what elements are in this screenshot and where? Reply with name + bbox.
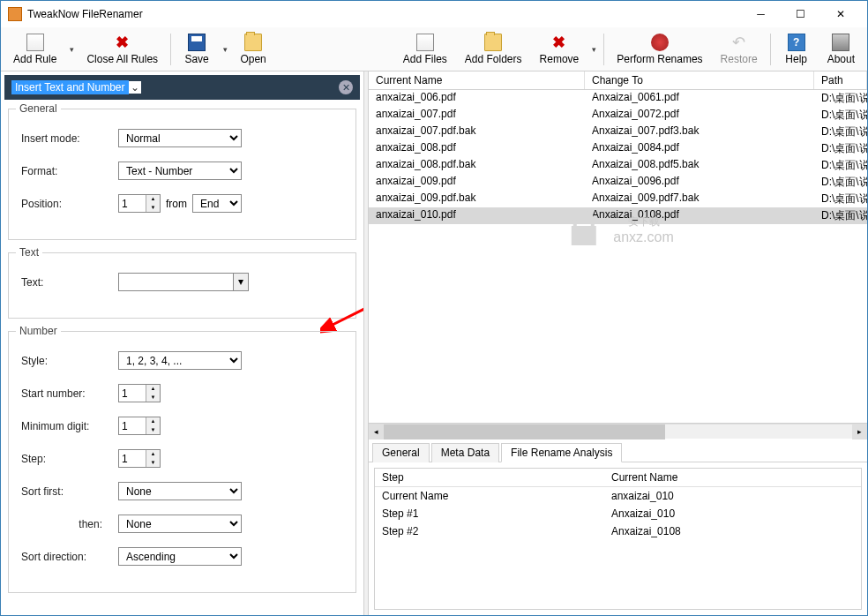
file-list-header: Current Name Change To Path	[369, 71, 867, 90]
file-row[interactable]: anxaizai_009.pdf.bakAnxaizai_009.pdf7.ba…	[369, 191, 867, 207]
format-select[interactable]: Text - Number	[118, 162, 242, 180]
sort-first-select[interactable]: None	[118, 482, 242, 500]
position-up[interactable]: ▲	[146, 195, 160, 204]
file-path: D:\桌面\说	[814, 107, 867, 124]
from-select[interactable]: End	[192, 194, 242, 213]
open-button[interactable]: Open	[231, 29, 275, 70]
tab-file-rename-analysis[interactable]: File Rename Analysis	[501, 443, 622, 462]
col-current-name[interactable]: Current Name	[369, 71, 585, 89]
file-row[interactable]: anxaizai_009.pdfAnxaizai_0096.pdfD:\桌面\说	[369, 174, 867, 191]
analysis-col-name[interactable]: Current Name	[604, 469, 861, 486]
add-rule-dropdown[interactable]	[65, 29, 78, 70]
app-icon	[8, 7, 22, 21]
main-toolbar: Add Rule ✖ Close All Rules Save Open Add…	[1, 27, 867, 71]
col-change-to[interactable]: Change To	[585, 71, 814, 89]
text-input[interactable]	[118, 273, 233, 291]
add-files-label: Add Files	[403, 53, 447, 65]
help-icon: ?	[788, 34, 805, 51]
position-down[interactable]: ▼	[146, 204, 160, 213]
file-name: anxaizai_007.pdf	[369, 107, 585, 124]
group-number-title: Number	[16, 325, 61, 337]
position-spinner[interactable]: ▲▼	[118, 194, 161, 213]
format-label: Format:	[21, 165, 118, 177]
file-change-to: Anxaizai_0061.pdf	[585, 90, 814, 107]
about-icon	[832, 34, 849, 51]
save-button[interactable]: Save	[175, 29, 219, 70]
minimize-button[interactable]: ─	[741, 2, 781, 26]
file-name: anxaizai_007.pdf.bak	[369, 124, 585, 140]
start-number-spinner[interactable]: ▲▼	[118, 384, 161, 402]
save-dropdown[interactable]	[219, 29, 231, 70]
position-input[interactable]	[119, 195, 146, 212]
file-row[interactable]: anxaizai_010.pdfAnxaizai_0108.pdfD:\桌面\说	[369, 207, 867, 224]
style-label: Style:	[21, 355, 118, 367]
scroll-left-button[interactable]: ◂	[369, 424, 384, 439]
perform-renames-button[interactable]: Perform Renames	[608, 29, 711, 70]
file-path: D:\桌面\说	[814, 191, 867, 207]
file-name: anxaizai_009.pdf	[369, 174, 585, 191]
close-all-rules-button[interactable]: ✖ Close All Rules	[78, 29, 167, 70]
file-add-icon	[416, 34, 434, 51]
sort-direction-label: Sort direction:	[21, 551, 118, 563]
remove-dropdown[interactable]	[587, 29, 600, 70]
from-label: from	[166, 198, 187, 210]
min-digit-spinner[interactable]: ▲▼	[118, 417, 161, 435]
about-button[interactable]: About	[819, 29, 864, 70]
restore-button: ↶ Restore	[712, 29, 767, 70]
analysis-col-step[interactable]: Step	[375, 469, 604, 486]
insert-mode-select[interactable]: Normal	[118, 129, 242, 147]
file-change-to: Anxaizai_0096.pdf	[585, 174, 814, 191]
rule-type-caret[interactable]: ⌄	[129, 81, 141, 94]
style-select[interactable]: 1, 2, 3, 4, ...	[118, 351, 242, 370]
file-change-to: Anxaizai_0108.pdf	[585, 207, 814, 224]
maximize-button[interactable]: ☐	[781, 2, 820, 26]
file-path: D:\桌面\说	[814, 140, 867, 157]
tab-general[interactable]: General	[372, 443, 430, 462]
analysis-row: Step #1Anxaizai_010	[375, 505, 861, 522]
detail-panel: General Meta Data File Rename Analysis S…	[369, 439, 867, 615]
folder-add-icon	[484, 34, 502, 51]
then-label: then:	[21, 518, 118, 530]
file-path: D:\桌面\说	[814, 90, 867, 107]
open-label: Open	[240, 53, 266, 65]
tab-meta-data[interactable]: Meta Data	[431, 443, 499, 462]
file-path: D:\桌面\说	[814, 124, 867, 140]
step-input[interactable]	[119, 450, 146, 467]
rule-type-dropdown[interactable]: Insert Text and Number	[11, 80, 129, 94]
file-row[interactable]: anxaizai_007.pdfAnxaizai_0072.pdfD:\桌面\说	[369, 107, 867, 124]
sort-direction-select[interactable]: Ascending	[118, 547, 242, 566]
step-spinner[interactable]: ▲▼	[118, 449, 161, 468]
file-change-to: Anxaizai_008.pdf5.bak	[585, 157, 814, 174]
file-row[interactable]: anxaizai_007.pdf.bakAnxaizai_007.pdf3.ba…	[369, 124, 867, 140]
help-button[interactable]: ? Help	[774, 29, 819, 70]
col-path[interactable]: Path	[814, 71, 867, 89]
analysis-row: Current Nameanxaizai_010	[375, 487, 861, 505]
file-row[interactable]: anxaizai_008.pdf.bakAnxaizai_008.pdf5.ba…	[369, 157, 867, 174]
file-list[interactable]: Current Name Change To Path anxaizai_006…	[369, 71, 867, 424]
add-rule-button[interactable]: Add Rule	[4, 29, 65, 70]
file-row[interactable]: anxaizai_008.pdfAnxaizai_0084.pdfD:\桌面\说	[369, 140, 867, 157]
file-row[interactable]: anxaizai_006.pdfAnxaizai_0061.pdfD:\桌面\说	[369, 90, 867, 107]
group-number: Number Style: 1, 2, 3, 4, ... Start numb…	[8, 331, 356, 593]
min-digit-input[interactable]	[119, 417, 146, 434]
rule-close-button[interactable]: ✕	[339, 80, 353, 94]
remove-button[interactable]: ✖ Remove	[531, 29, 588, 70]
file-name: anxaizai_010.pdf	[369, 207, 585, 224]
about-label: About	[827, 53, 855, 65]
add-files-button[interactable]: Add Files	[394, 29, 456, 70]
file-change-to: Anxaizai_0072.pdf	[585, 107, 814, 124]
scroll-thumb[interactable]	[384, 424, 665, 439]
add-folders-button[interactable]: Add Folders	[456, 29, 531, 70]
then-select[interactable]: None	[118, 515, 242, 533]
analysis-table: Step Current Name Current Nameanxaizai_0…	[374, 468, 862, 610]
position-label: Position:	[21, 198, 118, 210]
scroll-right-button[interactable]: ▸	[852, 424, 867, 439]
file-path: D:\桌面\说	[814, 207, 867, 224]
start-number-input[interactable]	[119, 385, 146, 402]
text-dropdown-button[interactable]: ▾	[233, 273, 249, 291]
remove-icon: ✖	[550, 34, 568, 51]
file-list-hscroll[interactable]: ◂ ▸	[369, 424, 867, 439]
restore-label: Restore	[721, 53, 758, 65]
file-path: D:\桌面\说	[814, 174, 867, 191]
close-button[interactable]: ✕	[820, 2, 860, 26]
